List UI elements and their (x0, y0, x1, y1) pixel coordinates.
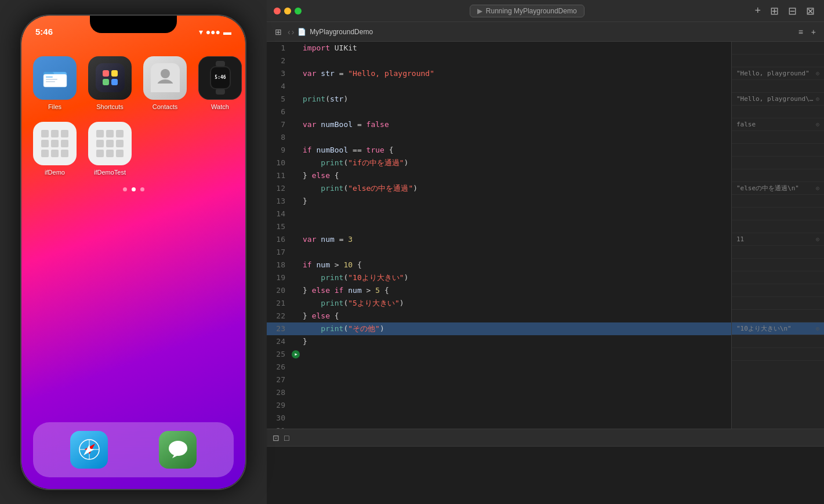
result-eye-7[interactable]: ⊙ (816, 121, 819, 128)
result-eye-23[interactable]: ⊙ (816, 325, 819, 332)
grid-view-icon[interactable]: ⊞ (273, 26, 284, 38)
code-line-10: 10 print("ifの中を通過") (267, 157, 731, 169)
code-line-3: 3 var str = "Hello, playground" (267, 67, 731, 80)
result-row-8 (732, 131, 824, 144)
code-line-20: 20 } else if num > 5 { (267, 284, 731, 297)
code-line-6: 6 (267, 106, 731, 118)
contacts-app-icon[interactable]: Contacts (143, 56, 187, 110)
console-icon[interactable]: ⊡ (273, 433, 279, 443)
files-icon[interactable] (33, 56, 77, 100)
back-arrow[interactable]: ‹ (288, 27, 291, 37)
status-icons: ▾ ●●● ▬ (199, 27, 231, 37)
shortcuts-icon[interactable] (88, 56, 132, 100)
safari-icon[interactable] (70, 431, 108, 469)
result-row-15 (732, 220, 824, 233)
maximize-button[interactable] (295, 8, 302, 14)
svg-text:5:46: 5:46 (215, 75, 226, 80)
result-row-2 (732, 55, 824, 67)
result-row-3: "Hello, playground" ⊙ (732, 67, 824, 80)
result-row-11 (732, 169, 824, 182)
code-line-22: 22 } else { (267, 310, 731, 322)
dock (33, 422, 234, 477)
code-line-27: 27 (267, 374, 731, 386)
ifdemo-icon[interactable] (33, 122, 77, 165)
shortcuts-app-icon[interactable]: Shortcuts (88, 56, 132, 110)
result-row-21 (732, 297, 824, 310)
result-eye-5[interactable]: ⊙ (816, 96, 819, 102)
result-row-14 (732, 208, 824, 220)
signal-icon: ●●● (206, 27, 220, 37)
svg-point-13 (161, 69, 170, 78)
minimize-button[interactable] (284, 8, 291, 14)
battery-icon: ▬ (223, 27, 231, 37)
page-dot-3 (140, 187, 144, 191)
contacts-icon[interactable] (143, 56, 187, 100)
result-eye-16[interactable]: ⊙ (816, 236, 819, 242)
code-line-5: 5 print(str) (267, 93, 731, 106)
code-line-15: 15 (267, 220, 731, 233)
files-label: Files (48, 103, 61, 110)
result-row-22 (732, 310, 824, 322)
code-line-11: 11 } else { (267, 169, 731, 182)
running-badge: ▶ Running MyPlaygroundDemo (470, 5, 585, 17)
nav-arrows: ‹ › (288, 27, 294, 37)
inspector-icon[interactable]: ≡ (796, 26, 805, 38)
code-line-8: 8 (267, 131, 731, 144)
layout-split-button[interactable]: ⊟ (786, 3, 799, 19)
close-button[interactable] (274, 8, 281, 14)
code-line-7: 7 var numBool = false (267, 118, 731, 131)
result-row-4 (732, 80, 824, 93)
files-app-icon[interactable]: Files (33, 56, 77, 110)
breadcrumb: 📄 MyPlaygroundDemo (297, 28, 373, 36)
safari-dock-icon[interactable] (70, 431, 108, 469)
code-line-31: 31 (267, 425, 731, 429)
toolbar-right: ≡ + (796, 26, 818, 38)
result-row-25 (732, 348, 824, 361)
result-row-16: 11 ⊙ (732, 233, 824, 246)
code-line-26: 26 (267, 361, 731, 374)
watch-icon[interactable]: 5:46 (198, 56, 242, 100)
ifdemo-label: ifDemo (45, 169, 65, 176)
code-line-9: 9 if numBool == true { (267, 144, 731, 157)
code-line-29: 29 (267, 399, 731, 412)
result-value-23: "10より大きい\n" (736, 324, 792, 333)
result-row-18 (732, 259, 824, 271)
ifdemo-app-icon[interactable]: ifDemo (33, 122, 77, 176)
result-row-17 (732, 246, 824, 259)
svg-rect-8 (103, 70, 109, 77)
messages-icon[interactable] (159, 431, 197, 469)
layout-full-button[interactable]: ⊠ (804, 3, 817, 19)
code-line-25: 25 (267, 348, 731, 361)
svg-rect-11 (111, 79, 118, 85)
title-bar: ▶ Running MyPlaygroundDemo + ⊞ ⊟ ⊠ (267, 0, 824, 22)
result-row-23: "10より大きい\n" ⊙ (732, 322, 824, 335)
forward-arrow[interactable]: › (292, 27, 295, 37)
running-indicator: ▶ (477, 7, 482, 15)
toolbar: ⊞ ‹ › 📄 MyPlaygroundDemo ≡ + (267, 22, 824, 42)
result-eye-3[interactable]: ⊙ (816, 70, 819, 77)
results-sidebar: "Hello, playground" ⊙ "Hello, playground… (731, 42, 824, 429)
result-eye-12[interactable]: ⊙ (816, 185, 819, 191)
page-dot-2 (132, 187, 136, 191)
add-button[interactable]: + (752, 3, 763, 18)
run-indicator[interactable] (292, 350, 300, 358)
code-editor[interactable]: 1 import UIKit 2 3 var str = "Hello, pla… (267, 42, 731, 429)
code-line-4: 4 (267, 80, 731, 93)
result-value-3: "Hello, playground" (736, 70, 810, 77)
library-icon[interactable]: + (809, 26, 818, 38)
shortcuts-label: Shortcuts (96, 103, 123, 110)
messages-dock-icon[interactable] (159, 431, 197, 469)
notch (90, 16, 177, 33)
svg-rect-7 (96, 63, 125, 92)
watch-app-icon[interactable]: 5:46 Watch (198, 56, 242, 110)
result-row-1 (732, 42, 824, 55)
svg-rect-9 (111, 70, 118, 77)
result-row-19 (732, 271, 824, 284)
ifdemotest-icon[interactable] (88, 122, 132, 165)
ifdemotest-app-icon[interactable]: ifDemoTest (88, 122, 132, 176)
svg-rect-10 (103, 79, 109, 85)
layout-grid-button[interactable]: ⊞ (768, 3, 781, 19)
code-line-23: 23 print("その他") (267, 322, 731, 335)
result-row-13 (732, 195, 824, 208)
debug-icon[interactable]: □ (284, 433, 289, 443)
